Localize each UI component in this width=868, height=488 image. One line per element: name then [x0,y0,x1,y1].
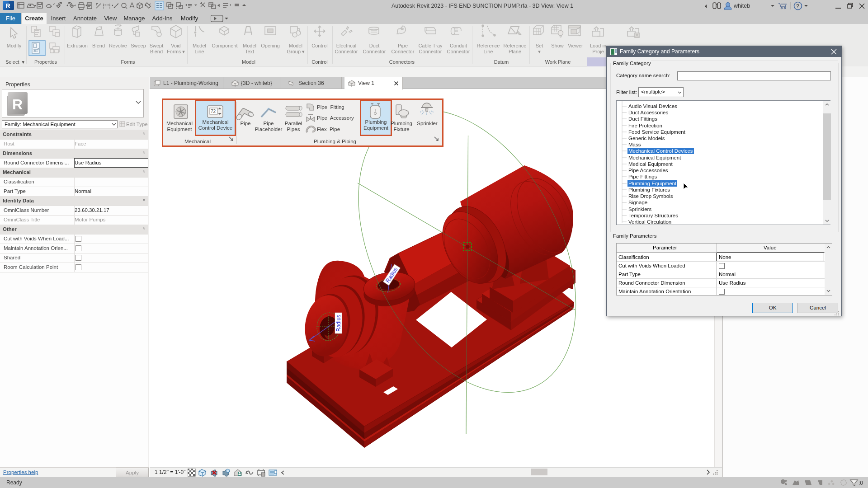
svg-text:Radius: Radius [335,315,342,332]
svg-text:72: 72 [211,109,216,114]
svg-text:R: R [5,2,10,9]
svg-text:R: R [12,96,23,113]
svg-text::0: :0 [859,480,863,486]
